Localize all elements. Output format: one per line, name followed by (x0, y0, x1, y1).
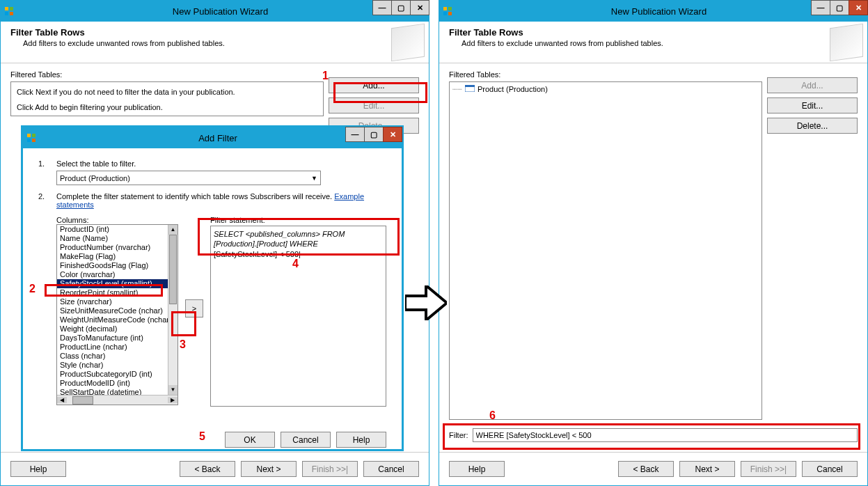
help-button[interactable]: Help (449, 461, 505, 477)
cancel-button[interactable]: Cancel (802, 461, 858, 477)
table-select-value: Product (Production) (60, 174, 130, 182)
next-button[interactable]: Next > (679, 461, 735, 477)
app-icon (442, 6, 453, 17)
column-item[interactable]: Name (Name) (57, 234, 168, 243)
column-item[interactable]: Style (nchar) (57, 361, 168, 370)
svg-rect-13 (32, 139, 35, 142)
tree-item-label[interactable]: Product (Production) (478, 85, 548, 93)
back-button[interactable]: < Back (180, 461, 235, 477)
column-item[interactable]: Weight (decimal) (57, 324, 168, 334)
step2-label: Complete the filter statement to identif… (56, 192, 334, 201)
header-graphic (391, 24, 425, 62)
maximize-button[interactable]: ▢ (364, 127, 384, 142)
maximize-button[interactable]: ▢ (391, 0, 411, 15)
columns-label: Columns: (56, 216, 178, 224)
scroll-right-arrow[interactable]: ▶ (168, 397, 177, 403)
close-button[interactable]: ✕ (849, 0, 868, 15)
step-number-1: 1. (38, 159, 48, 185)
add-button: Add... (767, 77, 858, 93)
titlebar[interactable]: New Publication Wizard — ▢ ✕ (1, 1, 429, 22)
edit-button[interactable]: Edit... (767, 97, 858, 113)
hscroll-thumb[interactable] (72, 396, 93, 405)
dialog-body: 1. Select the table to filter. Product (… (23, 148, 402, 425)
dialog-footer: OK Cancel Help (23, 425, 402, 457)
horizontal-scrollbar[interactable]: ◀ ▶ (57, 395, 177, 405)
wizard-body: Filtered Tables: ┈┈ Product (Production)… (439, 63, 867, 452)
column-item[interactable]: MakeFlag (Flag) (57, 252, 168, 261)
table-select[interactable]: Product (Production) ▼ (56, 171, 321, 185)
cancel-button[interactable]: Cancel (363, 461, 419, 477)
chevron-down-icon: ▼ (311, 175, 317, 182)
help-button[interactable]: Help (336, 432, 386, 448)
add-filter-dialog: Add Filter — ▢ ✕ 1. Select the table to … (21, 125, 404, 451)
titlebar[interactable]: Add Filter — ▢ ✕ (23, 127, 402, 148)
column-item[interactable]: WeightUnitMeasureCode (nchar) (57, 315, 168, 324)
transition-arrow-icon (405, 285, 447, 320)
svg-rect-12 (27, 139, 31, 142)
svg-rect-9 (465, 85, 475, 87)
wizard-footer: Help < Back Next > Finish >>| Cancel (439, 452, 867, 485)
filter-row: Filter: (449, 428, 858, 442)
column-item[interactable]: SafetyStockLevel (smallint) (57, 279, 168, 288)
scroll-up-arrow[interactable]: ▲ (168, 225, 177, 235)
column-item[interactable]: DaysToManufacture (int) (57, 334, 168, 343)
add-button[interactable]: Add... (329, 77, 419, 93)
column-item[interactable]: Class (nchar) (57, 352, 168, 361)
finish-button: Finish >>| (302, 461, 358, 477)
add-column-button[interactable]: > (185, 299, 203, 318)
side-buttons: Add... Edit... Delete... (767, 77, 858, 134)
filtered-tables-box: Click Next if you do not need to filter … (10, 81, 324, 116)
column-item[interactable]: SizeUnitMeasureCode (nchar) (57, 306, 168, 315)
column-item[interactable]: ProductNumber (nvarchar) (57, 243, 168, 252)
close-button[interactable]: ✕ (410, 0, 429, 15)
back-button[interactable]: < Back (618, 461, 674, 477)
minimize-button[interactable]: — (811, 0, 830, 15)
titlebar[interactable]: New Publication Wizard — ▢ ✕ (439, 1, 867, 22)
text-cursor: | (299, 250, 301, 258)
column-item[interactable]: Color (nvarchar) (57, 270, 168, 279)
column-item[interactable]: ProductModelID (int) (57, 379, 168, 388)
maximize-button[interactable]: ▢ (830, 0, 849, 15)
column-item[interactable]: ReorderPoint (smallint) (57, 288, 168, 297)
column-item[interactable]: ProductSubcategoryID (int) (57, 370, 168, 379)
filter-statement-textarea[interactable]: SELECT <published_columns> FROM [Product… (210, 226, 386, 407)
instruction-text-2: Click Add to begin filtering your public… (17, 103, 317, 111)
vertical-scrollbar[interactable]: ▲ ▼ (168, 225, 177, 395)
ok-button[interactable]: OK (225, 432, 275, 448)
scroll-thumb[interactable] (169, 235, 177, 304)
column-item[interactable]: ProductID (int) (57, 225, 168, 234)
svg-rect-5 (448, 7, 452, 10)
minimize-button[interactable]: — (372, 0, 392, 15)
delete-button[interactable]: Delete... (767, 118, 858, 134)
scroll-left-arrow[interactable]: ◀ (57, 397, 67, 403)
edit-button: Edit... (329, 97, 419, 113)
filter-label: Filter: (449, 431, 468, 439)
finish-button: Finish >>| (741, 461, 796, 477)
wizard-header: Filter Table Rows Add filters to exclude… (1, 22, 429, 63)
help-button[interactable]: Help (10, 461, 66, 477)
wizard-header: Filter Table Rows Add filters to exclude… (439, 22, 867, 63)
svg-rect-3 (10, 12, 13, 15)
filter-input[interactable] (473, 428, 858, 442)
svg-rect-7 (448, 12, 452, 15)
svg-rect-10 (27, 134, 31, 137)
cancel-button[interactable]: Cancel (281, 432, 331, 448)
column-item[interactable]: Size (nvarchar) (57, 297, 168, 306)
filtered-tables-tree[interactable]: ┈┈ Product (Production) (449, 81, 762, 420)
next-button[interactable]: Next > (241, 461, 297, 477)
page-title: Filter Table Rows (10, 27, 419, 38)
scroll-down-arrow[interactable]: ▼ (168, 385, 177, 395)
column-item[interactable]: ProductLine (nchar) (57, 343, 168, 352)
page-subtitle: Add filters to exclude unwanted rows fro… (23, 39, 419, 47)
step-number-2: 2. (38, 192, 48, 407)
page-title: Filter Table Rows (449, 27, 858, 38)
column-item[interactable]: FinishedGoodsFlag (Flag) (57, 261, 168, 270)
svg-rect-1 (10, 7, 13, 10)
svg-rect-6 (443, 12, 447, 15)
close-button[interactable]: ✕ (383, 127, 402, 142)
filter-statement-label: Filter statement: (210, 216, 386, 224)
stmt-prefix: SELECT <published_columns> FROM [Product… (214, 230, 345, 248)
right-wizard-window: New Publication Wizard — ▢ ✕ Filter Tabl… (439, 0, 868, 486)
columns-listbox[interactable]: ProductID (int)Name (Name)ProductNumber … (56, 224, 178, 405)
minimize-button[interactable]: — (345, 127, 365, 142)
